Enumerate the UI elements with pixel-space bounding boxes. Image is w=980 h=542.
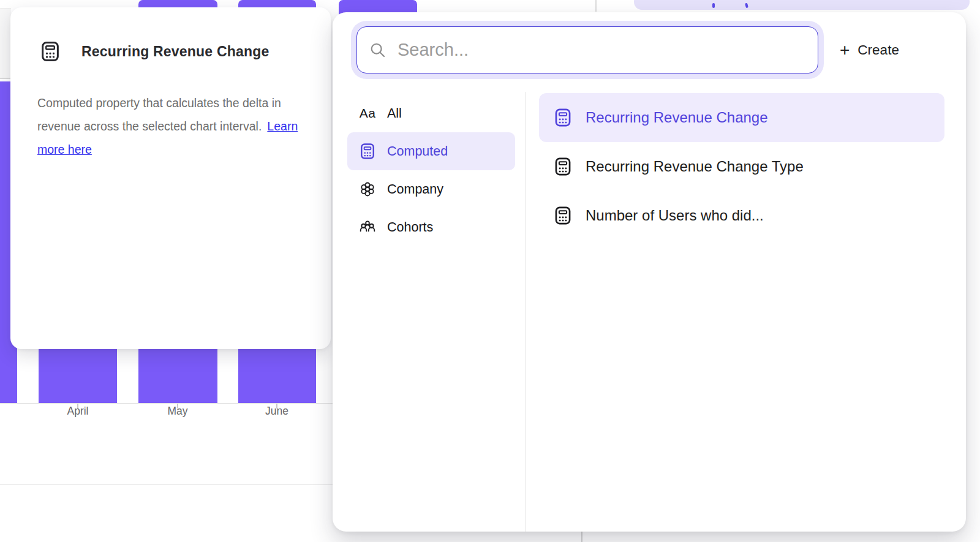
category-computed[interactable]: Computed [347, 132, 515, 170]
result-label: Recurring Revenue Change [586, 109, 768, 126]
grid-line [0, 484, 341, 485]
x-axis-line [0, 403, 341, 404]
category-label: All [387, 106, 402, 121]
background-panel-edge [0, 8, 11, 79]
background-divider [581, 530, 582, 542]
text-aa-icon: Aa [358, 104, 377, 122]
company-icon [358, 180, 377, 198]
cohorts-icon [358, 218, 377, 236]
app-screen: April May June Recurring Revenue Change … [0, 0, 980, 542]
category-label: Cohorts [387, 220, 433, 235]
calculator-icon [39, 40, 62, 63]
property-tooltip-card: Recurring Revenue Change Computed proper… [10, 7, 331, 349]
result-number-of-users[interactable]: Number of Users who did... [539, 191, 944, 240]
search-icon [369, 42, 386, 59]
category-company[interactable]: Company [347, 170, 515, 208]
axis-label-april: April [50, 405, 105, 418]
search-input[interactable] [398, 40, 805, 60]
results-list: Recurring Revenue Change Recurring Reven… [539, 93, 944, 240]
tooltip-description: Computed property that calculates the de… [37, 91, 306, 161]
category-label: Company [387, 182, 443, 197]
panel-divider [525, 92, 526, 532]
calculator-icon [552, 156, 573, 177]
calculator-icon [358, 142, 377, 160]
property-picker-modal: + Create Aa All Computed Company [333, 12, 966, 532]
calculator-icon [552, 107, 573, 128]
result-label: Number of Users who did... [586, 207, 764, 224]
chip-text-fragment [745, 3, 748, 9]
category-all[interactable]: Aa All [347, 94, 515, 132]
calculator-icon [552, 205, 573, 226]
chip-text-fragment [712, 3, 715, 8]
background-divider [595, 0, 597, 12]
search-box[interactable] [356, 26, 818, 73]
axis-label-may: May [150, 405, 205, 418]
plus-icon: + [840, 42, 850, 59]
axis-label-june: June [249, 405, 304, 418]
result-recurring-revenue-change[interactable]: Recurring Revenue Change [539, 93, 944, 142]
create-button[interactable]: + Create [840, 37, 899, 64]
result-recurring-revenue-change-type[interactable]: Recurring Revenue Change Type [539, 142, 944, 191]
tooltip-header: Recurring Revenue Change [10, 7, 331, 63]
category-cohorts[interactable]: Cohorts [347, 208, 515, 246]
tooltip-description-text: Computed property that calculates the de… [37, 96, 281, 133]
tooltip-title: Recurring Revenue Change [81, 43, 269, 60]
category-label: Computed [387, 144, 448, 159]
category-list: Aa All Computed Company Cohorts [347, 94, 515, 246]
property-chip-partial[interactable] [634, 0, 970, 10]
create-button-label: Create [858, 42, 899, 58]
result-label: Recurring Revenue Change Type [586, 158, 804, 175]
